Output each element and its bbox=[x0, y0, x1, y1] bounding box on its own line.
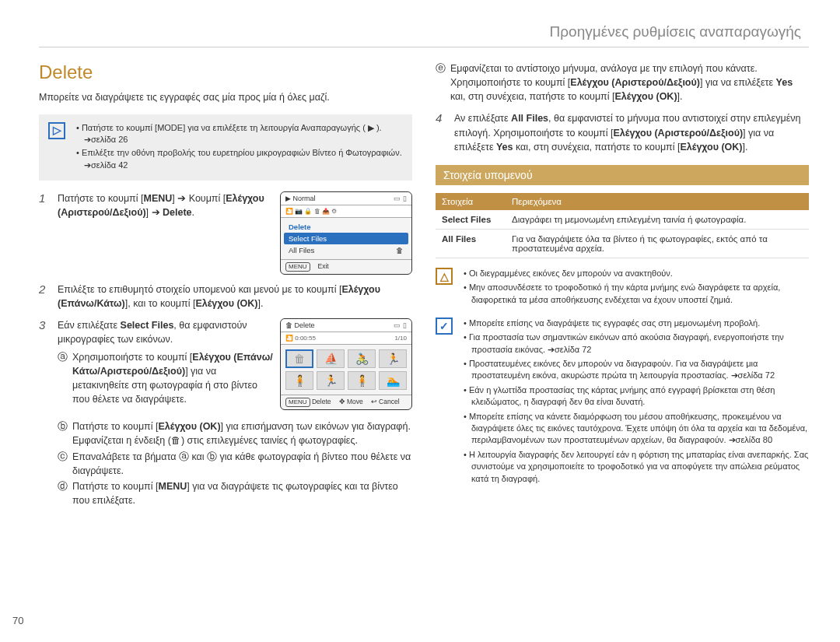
thumb: 🏃 bbox=[317, 371, 345, 390]
step-text: . bbox=[192, 207, 194, 218]
substep-text: και, στη συνέχεια, πατήστε το κουμπί [ bbox=[450, 91, 614, 102]
substep-e-icon: ⓔ bbox=[436, 61, 446, 103]
menu-screenshot-1: ▶ Normal▭ ▯ 🎦 📷 🔒 🗑 📤 ⚙ Delete Select Fi… bbox=[280, 191, 412, 275]
step-number: 3 bbox=[39, 318, 50, 509]
thumb-selected: 🗑 bbox=[285, 349, 313, 368]
warning-icon: △ bbox=[436, 268, 453, 285]
step-text: Yes bbox=[496, 142, 513, 153]
step-number: 1 bbox=[39, 191, 50, 275]
substep-b-icon: ⓑ bbox=[58, 419, 68, 447]
thumb: 🧍 bbox=[285, 371, 313, 390]
ss-delete-header: Delete bbox=[284, 221, 408, 233]
note-item: Πατήστε το κουμπί [MODE] για να επιλέξετ… bbox=[76, 122, 403, 146]
substep-text: Ελέγχου (OK) bbox=[614, 91, 677, 102]
note-box-info: ▷ Πατήστε το κουμπί [MODE] για να επιλέξ… bbox=[39, 114, 412, 181]
substep-text: Πατήστε το κουμπί [ bbox=[72, 481, 158, 492]
substep-c-icon: ⓒ bbox=[58, 450, 68, 478]
step-number: 4 bbox=[436, 111, 446, 153]
step-3: 3 Εάν επιλέξατε Select Files, θα εμφανισ… bbox=[39, 318, 412, 509]
ss-delete-title: Delete bbox=[295, 321, 315, 329]
step-text: Ελέγχου (OK) bbox=[195, 298, 257, 309]
step-text: ] ➔ Κουμπί [ bbox=[172, 193, 226, 204]
substep-text: Ελέγχου (OK) bbox=[158, 421, 220, 432]
ss-delete-label: Delete bbox=[312, 398, 331, 405]
step-text: ]. bbox=[258, 298, 264, 309]
tip-item: Η λειτουργία διαγραφής δεν λειτουργεί εά… bbox=[464, 449, 809, 485]
substep-text: ]. bbox=[677, 91, 683, 102]
table-header: Στοιχεία bbox=[436, 193, 506, 210]
step-text: ] ➔ bbox=[146, 207, 163, 218]
substep-text: Yes bbox=[776, 77, 793, 88]
step-text: Delete bbox=[163, 207, 192, 218]
step-2: 2 Επιλέξτε το επιθυμητό στοιχείο υπομενο… bbox=[39, 282, 412, 310]
substep-text: MENU bbox=[158, 481, 187, 492]
tip-item: Εάν η γλωττίδα προστασίας της κάρτας μνή… bbox=[464, 384, 809, 409]
table-cell-value: Διαγράφει τη μεμονωμένη επιλεγμένη ταινί… bbox=[506, 210, 809, 230]
step-text: ], και το κουμπί [ bbox=[125, 298, 196, 309]
step-text: Πατήστε το κουμπί [ bbox=[58, 193, 143, 204]
table-cell-key: All Files bbox=[436, 229, 506, 258]
ss-menu-button: MENU bbox=[285, 262, 310, 272]
thumb: ⛵ bbox=[317, 349, 345, 368]
section-title: Delete bbox=[39, 61, 412, 83]
step-text: Ελέγχου (Αριστερού/Δεξιού) bbox=[613, 128, 743, 139]
warning-item: Οι διεγραμμένες εικόνες δεν μπορούν να α… bbox=[464, 268, 809, 279]
tip-item: Προστατευμένες εικόνες δεν μπορούν να δι… bbox=[464, 358, 809, 382]
step-text: Επιλέξτε το επιθυμητό στοιχείο υπομενού … bbox=[58, 284, 341, 295]
submenu-table: Στοιχεία Περιεχόμενα Select Files Διαγρά… bbox=[436, 193, 809, 258]
substep-text: ] για να επιλέξετε bbox=[700, 77, 776, 88]
thumb: 🏃 bbox=[379, 349, 407, 368]
thumb: 🧍 bbox=[348, 371, 376, 390]
substep-a-icon: ⓐ bbox=[58, 350, 68, 407]
thumb: 🚴 bbox=[348, 349, 376, 368]
step-text: Ελέγχου (OK) bbox=[680, 142, 742, 153]
ss-menu-btn: MENU bbox=[285, 398, 310, 407]
section-intro: Μπορείτε να διαγράψετε τις εγγραφές σας … bbox=[39, 91, 412, 105]
tip-item: Για προστασία των σημαντικών εικόνων από… bbox=[464, 332, 809, 356]
step-text: Select Files bbox=[121, 320, 174, 331]
page-header: Προηγμένες ρυθμίσεις αναπαραγωγής bbox=[39, 23, 809, 47]
ss-exit-label: Exit bbox=[318, 262, 329, 272]
substep-text: Επαναλάβετε τα βήματα ⓐ και ⓑ για κάθε φ… bbox=[72, 450, 412, 478]
warning-box: △ Οι διεγραμμένες εικόνες δεν μπορούν να… bbox=[436, 268, 809, 308]
tip-item: Μπορείτε επίσης να διαγράψετε τις εγγραφ… bbox=[464, 317, 809, 329]
step-text: ]. bbox=[743, 142, 748, 153]
step-text: και, στη συνέχεια, πατήστε το κουμπί [ bbox=[513, 142, 681, 153]
ss-all-files: All Files 🗑 bbox=[284, 244, 408, 256]
substep-text: Ελέγχου (Αριστερού/Δεξιού) bbox=[570, 77, 700, 88]
ss-mode: Normal bbox=[293, 195, 316, 202]
table-row: All Files Για να διαγράψετε όλα τα βίντε… bbox=[436, 229, 809, 258]
tip-item: Μπορείτε επίσης να κάνετε διαμόρφωση του… bbox=[464, 411, 809, 447]
thumb: 🏊 bbox=[379, 371, 407, 390]
ss-counter: 1/10 bbox=[394, 335, 407, 342]
substep-text: Πατήστε το κουμπί [ bbox=[72, 421, 158, 432]
step-4: 4 Αν επιλέξατε All Files, θα εμφανιστεί … bbox=[436, 111, 809, 153]
left-column: Delete Μπορείτε να διαγράψετε τις εγγραφ… bbox=[39, 61, 412, 517]
step-text: All Files bbox=[511, 113, 548, 124]
tip-box: ✓ Μπορείτε επίσης να διαγράψετε τις εγγρ… bbox=[436, 317, 809, 487]
ss-select-files: Select Files bbox=[284, 233, 408, 244]
page-number: 70 bbox=[12, 615, 23, 626]
ss-cancel-label: Cancel bbox=[379, 398, 399, 405]
step-number: 2 bbox=[39, 282, 50, 310]
step-1: 1 Πατήστε το κουμπί [MENU] ➔ Κουμπί [Ελέ… bbox=[39, 191, 412, 275]
table-row: Select Files Διαγράφει τη μεμονωμένη επι… bbox=[436, 210, 809, 230]
info-icon: ✓ bbox=[436, 317, 453, 335]
step-text: Εάν επιλέξατε bbox=[58, 320, 121, 331]
ss-move-label: Move bbox=[347, 398, 363, 405]
step-text: Αν επιλέξατε bbox=[454, 113, 511, 124]
substep-d-icon: ⓓ bbox=[58, 479, 68, 507]
right-column: ⓔ Εμφανίζεται το αντίστοιχο μήνυμα, ανάλ… bbox=[436, 61, 809, 517]
note-item: Επιλέξτε την οθόνη προβολής του ευρετηρί… bbox=[76, 147, 403, 171]
menu-label: MENU bbox=[143, 193, 172, 204]
note-list: Πατήστε το κουμπί [MODE] για να επιλέξετ… bbox=[73, 122, 403, 174]
table-cell-key: Select Files bbox=[436, 210, 506, 230]
play-icon: ▷ bbox=[48, 122, 65, 139]
ss-timer: 0:00:55 bbox=[295, 335, 316, 342]
substep-text: Χρησιμοποιήστε το κουμπί [ bbox=[72, 352, 192, 363]
table-header: Περιεχόμενα bbox=[506, 193, 809, 210]
submenu-heading: Στοιχεία υπομενού bbox=[436, 165, 809, 185]
menu-screenshot-2: 🗑 Delete▭ ▯ 🎦 0:00:551/10 🗑 ⛵ 🚴 🏃 🧍 🏃 🧍 … bbox=[280, 318, 412, 410]
warning-item: Μην αποσυνδέσετε το τροφοδοτικό ή την κά… bbox=[464, 282, 809, 306]
table-cell-value: Για να διαγράψετε όλα τα βίντεο ή τις φω… bbox=[506, 229, 809, 258]
